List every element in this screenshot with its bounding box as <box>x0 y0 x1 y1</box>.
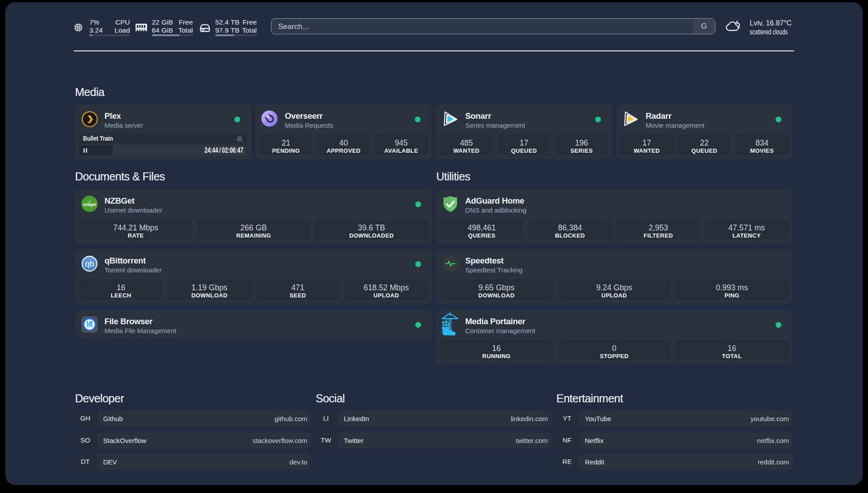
svg-text:nzbget: nzbget <box>83 202 96 207</box>
svg-text:qb: qb <box>85 259 94 268</box>
